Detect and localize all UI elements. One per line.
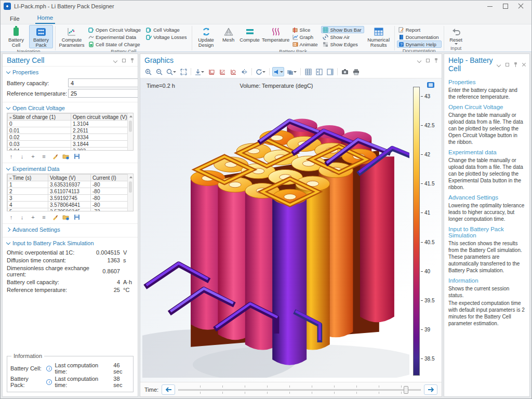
voltage-losses-button[interactable]: Voltage Losses: [144, 33, 189, 41]
save-file-icon[interactable]: [73, 214, 80, 220]
section-experimental-header[interactable]: Experimental Data: [7, 165, 134, 174]
zoom-in-icon[interactable]: [143, 67, 153, 76]
panel-close-icon[interactable]: [522, 62, 526, 67]
compute-button[interactable]: Compute: [239, 25, 261, 43]
go-to-view-icon[interactable]: [194, 67, 205, 76]
filter-icon[interactable]: »: [9, 176, 11, 181]
dynamic-help-button[interactable]: ? Dynamic Help: [397, 41, 442, 48]
add-row-icon[interactable]: +: [30, 214, 36, 220]
show-edges-button[interactable]: Show Edges: [321, 41, 364, 48]
documentation-button[interactable]: Documentation: [397, 33, 442, 41]
table-scrollbar[interactable]: [127, 174, 133, 211]
table-row[interactable]: 43.578064841-80: [8, 202, 133, 208]
camera-snapshot-icon[interactable]: [340, 67, 350, 76]
unit: A·h: [120, 279, 134, 285]
table-scrollbar[interactable]: [127, 113, 133, 150]
move-down-icon[interactable]: ↓: [19, 214, 25, 220]
table-menu-icon[interactable]: ≡: [41, 214, 47, 220]
panel-float-icon[interactable]: [122, 58, 126, 63]
table-row[interactable]: 13.635316937-80: [8, 181, 133, 188]
table-menu-icon[interactable]: ≡: [41, 153, 47, 159]
show-bus-bar-button[interactable]: Show Bus Bar: [321, 26, 364, 33]
move-up-icon[interactable]: ↑: [8, 153, 15, 159]
reference-temperature-input[interactable]: [68, 89, 138, 98]
compute-parameters-button[interactable]: Compute Parameters: [58, 25, 86, 48]
tab-home[interactable]: Home: [35, 13, 56, 24]
save-file-icon[interactable]: [73, 153, 80, 159]
filter-icon[interactable]: »: [9, 115, 11, 120]
close-icon[interactable]: [518, 3, 524, 9]
reset-dropdown-caret[interactable]: [455, 43, 458, 45]
previous-time-step-button[interactable]: [162, 384, 175, 395]
zoom-box-icon[interactable]: [165, 67, 177, 76]
section-pack-input-header[interactable]: Input to Battery Pack Simulation: [7, 239, 134, 248]
panel-menu-icon[interactable]: [113, 58, 118, 63]
time-slider[interactable]: [178, 384, 421, 395]
panel-float-icon[interactable]: [425, 58, 430, 63]
panel-pin-icon[interactable]: [513, 62, 518, 67]
battery-pack-3d-visualization[interactable]: [142, 92, 409, 378]
next-time-step-button[interactable]: [424, 384, 437, 395]
table-row[interactable]: 53.570596345-72: [8, 208, 133, 212]
load-file-icon[interactable]: [62, 214, 69, 220]
battery-pack-nav-button[interactable]: Battery Pack: [29, 25, 53, 48]
split-view-icon[interactable]: [314, 67, 324, 76]
battery-cell-nav-button[interactable]: Battery Cell: [4, 25, 28, 48]
section-properties-header[interactable]: Properties: [7, 68, 134, 77]
update-design-button[interactable]: Update Design: [194, 25, 218, 48]
animate-button[interactable]: Animate: [291, 41, 321, 48]
cell-voltage-button[interactable]: Cell Voltage: [144, 26, 189, 33]
open-circuit-voltage-button[interactable]: Open Circuit Voltage: [87, 26, 143, 33]
move-down-icon[interactable]: ↓: [19, 153, 25, 159]
show-grid-icon[interactable]: [303, 67, 313, 76]
table-row[interactable]: 0.022.8334: [8, 134, 133, 141]
move-up-icon[interactable]: ↑: [8, 214, 15, 220]
load-file-icon[interactable]: [62, 153, 69, 159]
view-xz-plane-icon[interactable]: [218, 67, 227, 76]
section-ocv-header[interactable]: Open Circuit Voltage: [7, 104, 134, 113]
view-yz-plane-icon[interactable]: [229, 67, 238, 76]
panel-menu-icon[interactable]: [497, 62, 501, 67]
table-row[interactable]: 0.043.393: [8, 148, 133, 151]
section-advanced-header[interactable]: Advanced Settings: [7, 225, 134, 234]
panel-menu-icon[interactable]: [417, 58, 422, 63]
side-panel-icon[interactable]: [325, 67, 335, 76]
print-icon[interactable]: [351, 67, 361, 76]
table-row[interactable]: 01.3104: [8, 121, 133, 127]
temperature-button[interactable]: Temperature: [262, 25, 290, 43]
zoom-extents-icon[interactable]: [179, 67, 188, 76]
graphics-plot-area[interactable]: Volume: Temperature (degC) Time=0.2 h: [140, 78, 442, 382]
cell-state-of-charge-button[interactable]: Cell State of Charge: [87, 41, 143, 48]
rotate-view-icon[interactable]: [255, 67, 267, 76]
transparency-icon[interactable]: [286, 67, 298, 76]
minimize-icon[interactable]: [487, 3, 493, 9]
battery-capacity-input[interactable]: [68, 78, 138, 87]
experimental-data-button[interactable]: Experimental Data: [87, 33, 143, 41]
mesh-button[interactable]: Mesh: [219, 25, 238, 43]
mirror-view-icon[interactable]: [240, 67, 249, 76]
panel-pin-icon[interactable]: [434, 58, 438, 63]
reset-button[interactable]: Reset: [446, 25, 466, 45]
clear-table-icon[interactable]: [51, 153, 58, 159]
info-icon: [46, 379, 52, 385]
clear-table-icon[interactable]: [51, 214, 58, 220]
panel-pin-icon[interactable]: [130, 58, 135, 63]
maximize-icon[interactable]: [502, 3, 509, 9]
table-row[interactable]: 33.59192745-80: [8, 195, 133, 202]
zoom-out-icon[interactable]: [154, 67, 164, 76]
view-xy-plane-icon[interactable]: [207, 67, 216, 76]
panel-float-icon[interactable]: [505, 62, 510, 67]
numerical-results-button[interactable]: Numerical Results: [365, 25, 392, 48]
table-row[interactable]: 0.012.2611: [8, 127, 133, 134]
tab-file[interactable]: File: [8, 14, 22, 24]
add-row-icon[interactable]: +: [30, 153, 36, 159]
show-air-button[interactable]: Show Air: [321, 33, 364, 41]
report-button[interactable]: Report: [397, 26, 442, 33]
scene-light-icon[interactable]: [272, 67, 284, 76]
ocv-table: » State of charge (1) Open circuit volta…: [7, 113, 134, 151]
slice-button[interactable]: Slice: [291, 26, 321, 33]
table-row[interactable]: 0.033.1844: [8, 141, 133, 148]
graph-button[interactable]: Graph: [291, 33, 321, 41]
table-row[interactable]: 23.611074113-80: [8, 188, 133, 195]
time-slider-thumb[interactable]: [404, 386, 408, 394]
